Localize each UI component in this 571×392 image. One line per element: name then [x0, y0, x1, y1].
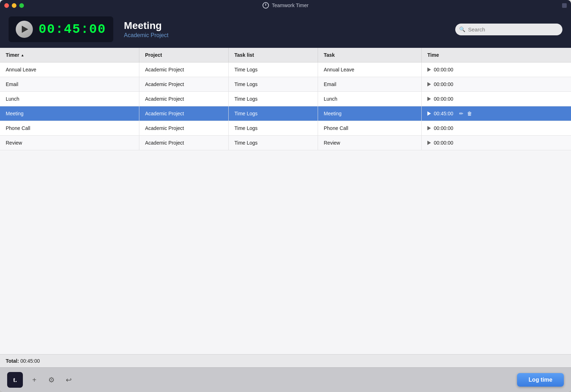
table-row[interactable]: Annual Leave Academic Project Time Logs …: [0, 62, 571, 77]
maximize-button[interactable]: [19, 3, 24, 8]
task-list-cell: Time Logs: [229, 77, 318, 91]
project-cell: Academic Project: [139, 106, 229, 121]
window-controls-right: [562, 3, 567, 8]
bottom-actions: + ⚙ ↩: [29, 374, 74, 386]
project-cell: Academic Project: [139, 136, 229, 150]
play-button[interactable]: [16, 21, 33, 38]
footer-total: Total: 00:45:00: [0, 354, 571, 367]
timer-name: Meeting: [124, 20, 448, 31]
timer-cell: Email: [0, 77, 139, 91]
table-row[interactable]: Meeting Academic Project Time Logs Meeti…: [0, 106, 571, 121]
traffic-lights: [4, 3, 24, 8]
time-cell-container: 00:00:00: [422, 92, 571, 106]
timer-project: Academic Project: [124, 32, 448, 39]
time-cell-container: 00:00:00: [422, 77, 571, 91]
play-small-icon: [427, 126, 431, 130]
project-cell: Academic Project: [139, 77, 229, 91]
timer-info: Meeting Academic Project: [120, 20, 448, 39]
time-cell-container: 00:00:00: [422, 136, 571, 150]
import-button[interactable]: ↩: [63, 374, 74, 386]
play-small-icon: [427, 82, 431, 86]
table-header: Timer ▲ Project Task list Task Time: [0, 48, 571, 62]
task-list-cell: Time Logs: [229, 92, 318, 106]
time-value: 00:00:00: [434, 81, 453, 87]
task-list-cell: Time Logs: [229, 62, 318, 77]
time-cell-container: 00:00:00: [422, 121, 571, 135]
project-cell: Academic Project: [139, 92, 229, 106]
table-row[interactable]: Review Academic Project Time Logs Review…: [0, 136, 571, 150]
app-icon[interactable]: t.: [7, 372, 23, 388]
play-icon: [22, 26, 28, 33]
app-window: Teamwork Timer 00:45:00 Meeting Academic…: [0, 0, 571, 392]
header: 00:45:00 Meeting Academic Project 🔍: [0, 11, 571, 48]
play-small-icon: [427, 67, 431, 72]
table-container: Timer ▲ Project Task list Task Time Annu…: [0, 48, 571, 354]
col-task[interactable]: Task: [318, 48, 422, 62]
delete-icon[interactable]: 🗑: [467, 111, 472, 116]
add-button[interactable]: +: [29, 374, 40, 386]
timer-time: 00:45:00: [39, 22, 106, 37]
task-cell: Email: [318, 77, 422, 91]
log-time-button[interactable]: Log time: [517, 373, 564, 387]
table-row[interactable]: Lunch Academic Project Time Logs Lunch 0…: [0, 92, 571, 106]
col-task-list[interactable]: Task list: [229, 48, 318, 62]
play-small-icon: [427, 141, 431, 145]
play-small-icon: [427, 111, 431, 116]
timer-display: 00:45:00: [9, 16, 113, 42]
time-value: 00:00:00: [434, 125, 453, 131]
edit-icon[interactable]: ✏: [459, 111, 463, 116]
col-timer[interactable]: Timer ▲: [0, 48, 139, 62]
timer-cell: Lunch: [0, 92, 139, 106]
table-row[interactable]: Phone Call Academic Project Time Logs Ph…: [0, 121, 571, 136]
play-small-icon: [427, 97, 431, 101]
col-project[interactable]: Project: [139, 48, 229, 62]
project-cell: Academic Project: [139, 62, 229, 77]
task-cell: Phone Call: [318, 121, 422, 135]
timer-cell: Phone Call: [0, 121, 139, 135]
time-value: 00:00:00: [434, 67, 453, 72]
time-cell-container: 00:45:00✏🗑: [422, 106, 571, 121]
time-value: 00:00:00: [434, 96, 453, 102]
task-list-cell: Time Logs: [229, 136, 318, 150]
table-row[interactable]: Email Academic Project Time Logs Email 0…: [0, 77, 571, 92]
time-value: 00:00:00: [434, 140, 453, 146]
table-body: Annual Leave Academic Project Time Logs …: [0, 62, 571, 354]
task-cell: Meeting: [318, 106, 422, 121]
search-input[interactable]: [455, 24, 562, 35]
col-time[interactable]: Time: [422, 48, 571, 62]
search-container: 🔍: [455, 24, 562, 35]
timer-cell: Review: [0, 136, 139, 150]
timer-cell: Annual Leave: [0, 62, 139, 77]
sort-arrow-timer: ▲: [21, 53, 24, 57]
task-cell: Annual Leave: [318, 62, 422, 77]
bottom-bar: t. + ⚙ ↩ Log time: [0, 367, 571, 392]
timer-cell: Meeting: [0, 106, 139, 121]
window-resize-btn[interactable]: [562, 3, 567, 8]
title-bar: Teamwork Timer: [0, 0, 571, 11]
settings-button[interactable]: ⚙: [46, 374, 57, 386]
app-icon-title: [263, 2, 269, 9]
minimize-button[interactable]: [12, 3, 16, 8]
task-cell: Review: [318, 136, 422, 150]
time-cell-container: 00:00:00: [422, 62, 571, 77]
project-cell: Academic Project: [139, 121, 229, 135]
time-value: 00:45:00: [434, 111, 453, 116]
window-title: Teamwork Timer: [263, 2, 309, 9]
task-list-cell: Time Logs: [229, 121, 318, 135]
close-button[interactable]: [4, 3, 9, 8]
task-list-cell: Time Logs: [229, 106, 318, 121]
search-wrapper: 🔍: [455, 24, 562, 35]
task-cell: Lunch: [318, 92, 422, 106]
